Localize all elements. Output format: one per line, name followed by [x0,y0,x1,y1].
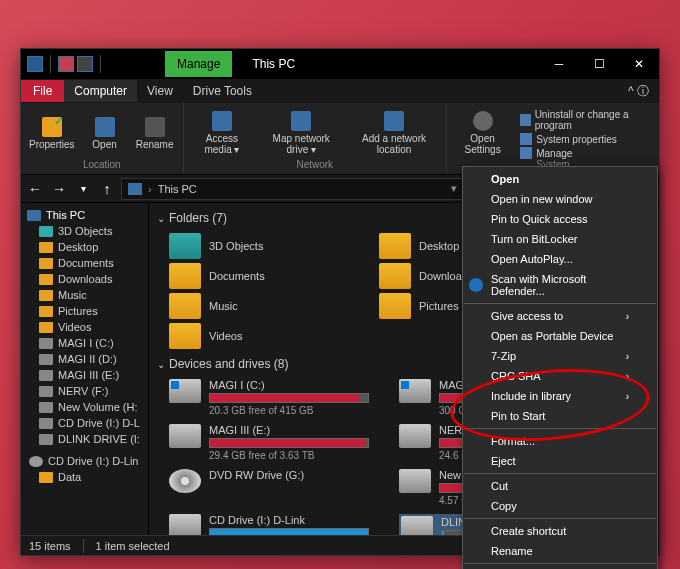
ctx-cut[interactable]: Cut [463,476,657,496]
folder-icon [39,322,53,333]
sidebar-item-this-pc[interactable]: This PC [21,207,148,223]
sidebar-item[interactable]: Documents [21,255,148,271]
folder-tile[interactable]: 3D Objects [169,233,349,259]
media-icon [212,111,232,131]
folder-icon [39,258,53,269]
ctx-open[interactable]: Open [463,169,657,189]
drive-tile[interactable]: CD Drive (I:) D-Link0 bytes free of 1.16… [169,514,369,535]
computer-tab[interactable]: Computer [64,80,137,102]
sidebar-item[interactable]: Desktop [21,239,148,255]
folder-icon [39,306,53,317]
folder-icon [39,290,53,301]
sidebar-item[interactable]: MAGI III (E:) [21,367,148,383]
file-tab[interactable]: File [21,80,64,102]
folder-icon [39,226,53,237]
drive-tile[interactable]: DVD RW Drive (G:) [169,469,369,506]
maximize-button[interactable]: ☐ [579,49,619,79]
sidebar-item[interactable]: Downloads [21,271,148,287]
address-text: This PC [158,183,197,195]
shield-icon [469,278,483,292]
sidebar-item[interactable]: MAGI I (C:) [21,335,148,351]
open-settings-button[interactable]: Open Settings [455,107,510,159]
folder-tile[interactable]: Documents [169,263,349,289]
drive-icon [399,469,431,493]
qat-button[interactable] [58,56,74,72]
sidebar-item[interactable]: New Volume (H: [21,399,148,415]
window-title: This PC [252,57,539,71]
ctx-crc-sha[interactable]: CRC SHA› [463,366,657,386]
ctx-defender[interactable]: Scan with Microsoft Defender... [463,269,657,301]
gear-icon [473,111,493,131]
system-properties-button[interactable]: System properties [520,133,651,145]
ribbon-group-location: Properties Open Rename Location [21,103,184,174]
sidebar-item-data[interactable]: Data [21,469,148,485]
uninstall-icon [520,114,530,126]
ctx-bitlocker[interactable]: Turn on BitLocker [463,229,657,249]
ctx-format[interactable]: Format... [463,431,657,451]
drive-icon [399,379,431,403]
drive-tile[interactable]: MAGI III (E:)29.4 GB free of 3.63 TB [169,424,369,461]
history-dropdown[interactable]: ▾ [73,179,93,199]
folder-icon [169,323,201,349]
ctx-eject[interactable]: Eject [463,451,657,471]
sidebar-item-cd-drive[interactable]: CD Drive (I:) D-Lin [21,453,148,469]
rename-button[interactable]: Rename [135,107,175,159]
folder-icon [169,233,201,259]
sidebar-item[interactable]: Pictures [21,303,148,319]
ctx-open-new-window[interactable]: Open in new window [463,189,657,209]
contextual-tab-manage[interactable]: Manage [165,51,232,77]
ctx-give-access[interactable]: Give access to› [463,306,657,326]
properties-icon [42,117,62,137]
folder-icon [379,263,411,289]
close-button[interactable]: ✕ [619,49,659,79]
drive-tools-tab[interactable]: Drive Tools [183,80,262,102]
context-menu: Open Open in new window Pin to Quick acc… [462,166,658,569]
drive-tile[interactable]: MAGI I (C:)20.3 GB free of 415 GB [169,379,369,416]
rename-icon [145,117,165,137]
ribbon-group-label: Network [192,159,438,170]
ctx-include-library[interactable]: Include in library› [463,386,657,406]
qat-button[interactable] [77,56,93,72]
manage-button[interactable]: Manage [520,147,651,159]
folder-tile[interactable]: Music [169,293,349,319]
properties-button[interactable]: Properties [29,107,75,159]
map-drive-button[interactable]: Map network drive ▾ [262,107,340,159]
sidebar-item[interactable]: 3D Objects [21,223,148,239]
folder-tile[interactable]: Videos [169,323,349,349]
folder-icon [169,293,201,319]
ctx-rename[interactable]: Rename [463,541,657,561]
ribbon-collapse-button[interactable]: ^ ⓘ [618,79,659,104]
cd-icon [29,456,43,467]
ctx-pin-start[interactable]: Pin to Start [463,406,657,426]
open-button[interactable]: Open [85,107,125,159]
drive-icon [39,434,53,445]
drive-icon [169,424,201,448]
drive-icon [39,386,53,397]
address-bar[interactable]: › This PC ▾⟳ [121,178,481,200]
access-media-button[interactable]: Access media ▾ [192,107,253,159]
quick-access-toolbar [21,55,105,73]
uninstall-button[interactable]: Uninstall or change a program [520,109,651,131]
sidebar-item[interactable]: MAGI II (D:) [21,351,148,367]
up-button[interactable]: ↑ [97,179,117,199]
sidebar-item[interactable]: Videos [21,319,148,335]
minimize-button[interactable]: ─ [539,49,579,79]
ctx-7zip[interactable]: 7-Zip› [463,346,657,366]
folder-icon [169,263,201,289]
back-button[interactable]: ← [25,179,45,199]
forward-button[interactable]: → [49,179,69,199]
view-tab[interactable]: View [137,80,183,102]
ctx-autoplay[interactable]: Open AutoPlay... [463,249,657,269]
add-location-button[interactable]: Add a network location [350,107,438,159]
ctx-portable[interactable]: Open as Portable Device [463,326,657,346]
ctx-copy[interactable]: Copy [463,496,657,516]
selected-count: 1 item selected [96,540,170,552]
drive-icon [169,469,201,493]
sidebar-item[interactable]: CD Drive (I:) D-L [21,415,148,431]
sidebar-item[interactable]: NERV (F:) [21,383,148,399]
sidebar-item[interactable]: DLINK DRIVE (I: [21,431,148,447]
ctx-pin-quick-access[interactable]: Pin to Quick access [463,209,657,229]
ctx-create-shortcut[interactable]: Create shortcut [463,521,657,541]
ribbon-group-network: Access media ▾ Map network drive ▾ Add a… [184,103,447,174]
sidebar-item[interactable]: Music [21,287,148,303]
